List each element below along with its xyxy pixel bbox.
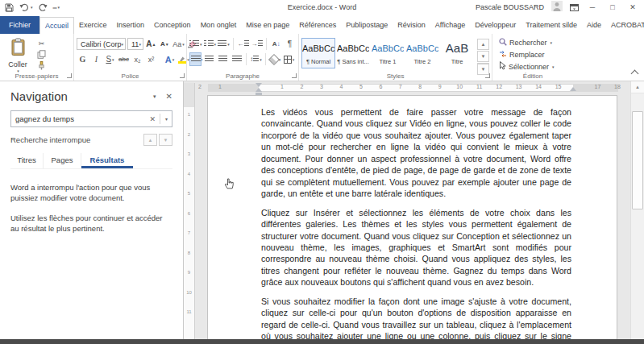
ribbon-tab-conception[interactable]: Conception	[149, 17, 196, 34]
select-button[interactable]: Sélectionner ▾	[499, 60, 573, 73]
ribbon-tab-exercice[interactable]: Exercice	[74, 17, 112, 34]
multilevel-list-button[interactable]: ▾	[218, 37, 230, 51]
document-paragraph[interactable]: Si vous souhaitez modifier la façon dont…	[261, 296, 571, 339]
vertical-scrollbar[interactable]: ▲	[630, 81, 644, 339]
ribbon-tab-mise-en-page[interactable]: Mise en page	[241, 17, 294, 34]
style-normal[interactable]: AaBbCcDc¶ Normal	[301, 38, 335, 68]
ribbon-tab-insertion[interactable]: Insertion	[112, 17, 150, 34]
previous-result-button[interactable]: ▲	[143, 134, 157, 146]
navigation-options-dropdown-icon[interactable]: ▾	[153, 93, 156, 100]
line-spacing-button[interactable]: ↕▾	[250, 52, 262, 66]
nav-tab-r-sultats[interactable]: Résultats	[81, 153, 133, 168]
navigation-close-icon[interactable]: ✕	[166, 92, 172, 101]
subscript-button[interactable]: x₂	[131, 52, 143, 66]
sort-button[interactable]: A↓	[270, 37, 282, 51]
text-effects-dropdown-icon[interactable]: ▾	[172, 57, 175, 62]
redo-icon[interactable]	[39, 3, 48, 12]
bullets-dropdown-icon[interactable]: ▾	[200, 42, 202, 47]
change-case-button[interactable]: Aa▾	[172, 37, 185, 51]
align-center-button[interactable]	[203, 52, 215, 66]
numbering-dropdown-icon[interactable]: ▾	[214, 42, 217, 47]
clear-search-icon[interactable]: ✕	[145, 115, 160, 123]
decrease-indent-button[interactable]: ←	[237, 37, 249, 51]
nav-tab-pages[interactable]: Pages	[44, 153, 81, 168]
ribbon-tab-r-vision[interactable]: Révision	[393, 17, 430, 34]
align-right-button[interactable]	[217, 52, 229, 66]
increase-indent-button[interactable]: →	[251, 37, 263, 51]
borders-dropdown-icon[interactable]: ▾	[293, 57, 295, 62]
ribbon-tab-accueil[interactable]: Accueil	[39, 17, 74, 34]
ribbon-tab-traitement-silde[interactable]: Traitement silde	[521, 17, 582, 34]
style-titre-1[interactable]: AaBbCcTitre 1	[371, 38, 405, 68]
font-dialog-launcher-icon[interactable]	[180, 73, 185, 78]
maximize-button[interactable]: □	[606, 3, 619, 11]
search-options-dropdown-icon[interactable]: ▾	[161, 116, 172, 122]
styles-scroll-down-icon[interactable]: ▼	[477, 51, 489, 62]
first-line-indent-marker[interactable]	[256, 83, 262, 87]
superscript-button[interactable]: x²	[145, 52, 157, 66]
search-input[interactable]	[11, 114, 145, 123]
underline-dropdown-icon[interactable]: ▾	[112, 57, 114, 62]
font-name-dropdown-icon[interactable]: ▾	[122, 42, 124, 47]
find-button[interactable]: Rechercher ▾	[499, 36, 573, 48]
ribbon-tab-publipostage[interactable]: Publipostage	[341, 17, 393, 34]
nav-tab-titres[interactable]: Titres	[10, 153, 44, 168]
grow-font-button[interactable]: A▲	[145, 37, 157, 51]
ribbon-tab-mon-onglet[interactable]: Mon onglet	[196, 17, 242, 34]
scroll-up-icon[interactable]: ▲	[631, 81, 644, 93]
account-user-name[interactable]: Pascale BOUSSARD	[476, 3, 544, 11]
shading-button[interactable]: ▾	[269, 52, 281, 66]
style-titre-2[interactable]: AaBbCcDTitre 2	[405, 38, 439, 68]
ribbon-display-options-icon[interactable]	[570, 0, 579, 15]
format-painter-button[interactable]	[35, 60, 48, 71]
borders-button[interactable]: ▾	[283, 52, 295, 66]
ribbon-tab-acrobat[interactable]: ACROBAT	[606, 17, 644, 34]
multilevel-dropdown-icon[interactable]: ▾	[227, 42, 230, 47]
font-size-combo[interactable]: 11 ▾	[127, 38, 143, 50]
save-icon[interactable]	[5, 3, 14, 12]
line-spacing-dropdown-icon[interactable]: ▾	[260, 57, 262, 62]
strikethrough-button[interactable]: abc	[118, 52, 130, 66]
undo-icon[interactable]: ▾	[19, 3, 33, 12]
styles-dialog-launcher-icon[interactable]	[485, 73, 490, 78]
ribbon-tab-r-f-rences[interactable]: Références	[294, 17, 341, 34]
font-size-dropdown-icon[interactable]: ▾	[139, 42, 141, 47]
next-result-button[interactable]: ▼	[159, 134, 172, 146]
minimize-button[interactable]: ─	[586, 3, 599, 11]
find-dropdown-icon[interactable]: ▾	[551, 40, 553, 45]
hanging-indent-marker[interactable]	[256, 88, 262, 92]
show-paragraph-marks-button[interactable]: ¶	[284, 37, 296, 51]
styles-scroll-up-icon[interactable]: ▲	[477, 39, 489, 50]
italic-button[interactable]: I	[90, 52, 102, 66]
ribbon-tab-d-veloppeur[interactable]: Développeur	[470, 17, 521, 34]
bold-button[interactable]: G	[77, 52, 89, 66]
scrollbar-thumb[interactable]	[632, 111, 643, 209]
clipboard-dialog-launcher-icon[interactable]	[67, 73, 72, 78]
style-titre[interactable]: AaBTitre	[440, 38, 474, 68]
font-name-combo[interactable]: Calibri (Corp ▾	[77, 38, 126, 50]
shrink-font-button[interactable]: A▼	[159, 37, 171, 51]
ribbon-tab-fichier[interactable]: Fichier	[0, 16, 39, 34]
document-page[interactable]: Les vidéos vous permettent de faire pass…	[207, 95, 617, 339]
style-sans-int[interactable]: AaBbCcDc¶ Sans int...	[336, 38, 370, 68]
cut-button[interactable]: ✂	[35, 38, 48, 48]
numbering-button[interactable]: ▾	[204, 37, 217, 51]
document-paragraph[interactable]: Cliquez sur Insérer et sélectionnez les …	[261, 207, 571, 288]
right-indent-marker[interactable]	[570, 87, 576, 91]
align-left-button[interactable]	[189, 52, 202, 66]
select-dropdown-icon[interactable]: ▾	[552, 64, 555, 69]
undo-dropdown-icon[interactable]: ▾	[31, 5, 33, 10]
copy-button[interactable]	[35, 49, 48, 60]
justify-button[interactable]	[231, 52, 243, 66]
replace-button[interactable]: Remplacer	[499, 48, 573, 60]
ribbon-tab-aide[interactable]: Aide	[582, 17, 606, 34]
underline-button[interactable]: S▾	[104, 52, 116, 66]
bullets-button[interactable]: ▾	[189, 37, 202, 51]
text-effects-button[interactable]: A▾	[164, 52, 176, 66]
close-button[interactable]: ✕	[626, 3, 639, 11]
avatar[interactable]	[551, 0, 563, 15]
paragraph-dialog-launcher-icon[interactable]	[292, 73, 297, 78]
customize-qat-icon[interactable]: ═▾	[53, 5, 60, 10]
ribbon-tab-affichage[interactable]: Affichage	[430, 17, 470, 34]
document-paragraph[interactable]: Les vidéos vous permettent de faire pass…	[261, 106, 571, 200]
